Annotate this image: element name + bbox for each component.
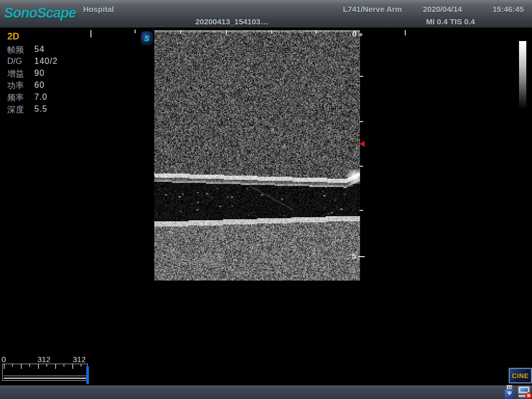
network-status-icon[interactable]: ✕ bbox=[517, 385, 531, 399]
width-ruler-tick bbox=[315, 30, 316, 34]
cine-current-frame: 312 bbox=[37, 355, 50, 364]
width-ruler-tick bbox=[180, 30, 181, 34]
depth-tick bbox=[360, 166, 363, 167]
probe-orientation-letter: S bbox=[144, 34, 149, 43]
probe-preset: L741/Nerve Arm bbox=[343, 5, 402, 14]
param-label: 帧频 bbox=[7, 45, 24, 56]
param-value: 54 bbox=[34, 45, 45, 54]
ultrasound-machine-screen: SonoScape Hospital L741/Nerve Arm 2020/0… bbox=[0, 0, 532, 399]
right-boundary-marker bbox=[405, 30, 406, 35]
ultrasound-image[interactable] bbox=[154, 30, 360, 281]
depth-scale-five: 5 bbox=[352, 251, 356, 260]
param-value: 60 bbox=[34, 81, 45, 90]
depth-tick bbox=[360, 76, 363, 77]
param-label: 功率 bbox=[7, 81, 24, 91]
param-row-gain: 增益 90 bbox=[7, 69, 85, 81]
grayscale-map-bar bbox=[519, 41, 526, 109]
cine-ruler-minor-ticks bbox=[12, 364, 86, 367]
param-label: D/G bbox=[7, 57, 22, 66]
cine-start-frame: 0 bbox=[2, 355, 6, 364]
network-error-badge-icon: ✕ bbox=[525, 392, 532, 399]
depth-scale-zero-mark: + bbox=[359, 31, 363, 38]
usb-body: Ψ bbox=[505, 389, 514, 398]
cine-position-handle[interactable] bbox=[86, 366, 89, 384]
acoustic-output-display: MI 0.4 TIS 0.4 bbox=[426, 17, 475, 26]
sonoscape-logo: SonoScape bbox=[4, 5, 76, 21]
cine-total-frames: 312 bbox=[73, 355, 86, 364]
param-value: 140/2 bbox=[34, 57, 58, 66]
status-taskbar bbox=[0, 385, 532, 399]
param-value: 7.0 bbox=[34, 92, 47, 102]
param-row-power: 功率 60 bbox=[7, 81, 85, 92]
left-boundary-marker bbox=[90, 30, 91, 37]
usb-connector bbox=[507, 385, 512, 389]
date-display: 2020/04/14 bbox=[423, 5, 462, 14]
param-row-framerate: 帧频 54 bbox=[7, 45, 85, 57]
depth-scale-zero: 0 bbox=[352, 29, 356, 38]
boundary-marker bbox=[135, 30, 136, 33]
network-monitor-screen bbox=[520, 388, 528, 392]
cine-track-line bbox=[4, 378, 86, 379]
cine-button[interactable]: CINE bbox=[509, 368, 532, 383]
param-label: 增益 bbox=[7, 69, 24, 79]
cine-scrubber[interactable] bbox=[2, 364, 88, 381]
exam-file-name: 20200413_154103… bbox=[195, 17, 268, 26]
width-ruler-tick bbox=[271, 30, 272, 34]
param-label: 深度 bbox=[7, 104, 24, 115]
focus-position-arrow-icon[interactable] bbox=[360, 141, 365, 147]
param-row-depth: 深度 5.5 bbox=[7, 104, 85, 116]
width-ruler-tick bbox=[226, 30, 227, 34]
param-value: 90 bbox=[34, 69, 45, 78]
cine-track-line bbox=[4, 376, 86, 376]
mode-label-2d: 2D bbox=[7, 31, 19, 42]
hospital-name: Hospital bbox=[83, 5, 114, 14]
param-row-dg: D/G 140/2 bbox=[7, 57, 85, 69]
param-value: 5.5 bbox=[34, 104, 47, 114]
param-row-frequency: 频率 7.0 bbox=[7, 92, 85, 104]
depth-tick bbox=[360, 121, 363, 122]
time-display: 15:46:45 bbox=[493, 5, 524, 14]
depth-tick bbox=[360, 210, 363, 211]
usb-status-icon[interactable]: Ψ bbox=[504, 385, 514, 398]
probe-orientation-icon: S bbox=[141, 31, 153, 45]
param-label: 频率 bbox=[7, 92, 24, 103]
depth-scale-five-mark bbox=[358, 256, 365, 257]
header-bar: SonoScape Hospital L741/Nerve Arm 2020/0… bbox=[0, 0, 532, 29]
